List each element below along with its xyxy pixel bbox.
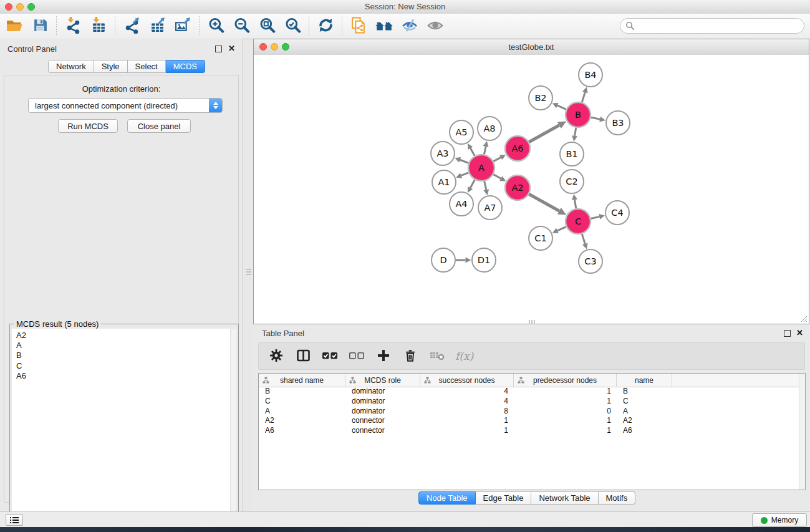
cell-name[interactable]: C <box>617 397 672 407</box>
resize-grip-icon[interactable] <box>799 314 808 322</box>
edge-A-A2[interactable] <box>493 175 501 179</box>
add-column-button[interactable] <box>375 347 392 365</box>
table-scrollbar[interactable] <box>799 374 805 490</box>
edge-A-A8[interactable] <box>484 147 486 155</box>
cell-predecessor-nodes[interactable]: 1 <box>514 387 617 397</box>
edge-A-A3[interactable] <box>460 160 469 163</box>
column-header-successor-nodes[interactable]: successor nodes <box>420 374 514 387</box>
mcds-result-item[interactable]: A2 <box>12 331 230 341</box>
tab-edge-table[interactable]: Edge Table <box>476 491 532 505</box>
close-panel-button[interactable]: Close panel <box>127 119 191 133</box>
cell-shared-name[interactable]: B <box>259 387 345 397</box>
tab-node-table[interactable]: Node Table <box>418 491 476 505</box>
column-header-MCDS-role[interactable]: MCDS role <box>345 374 420 387</box>
cell-predecessor-nodes[interactable]: 0 <box>514 407 617 417</box>
search-box[interactable] <box>620 18 804 34</box>
graph-node-D1[interactable]: D1 <box>472 248 496 272</box>
edge-A2-C[interactable] <box>529 194 559 211</box>
save-session-button[interactable] <box>31 17 49 36</box>
graph-node-B4[interactable]: B4 <box>579 63 602 87</box>
hide-panel-button[interactable] <box>400 17 419 36</box>
import-network-button[interactable] <box>64 17 82 36</box>
edge-B-B2[interactable] <box>557 105 566 109</box>
cell-predecessor-nodes[interactable]: 1 <box>514 426 617 436</box>
vertical-divider-grip[interactable] <box>246 267 251 277</box>
graph-node-C[interactable]: C <box>566 209 591 234</box>
cell-MCDS-role[interactable]: dominator <box>345 407 420 417</box>
show-eye-button[interactable] <box>426 17 445 36</box>
cell-name[interactable]: A2 <box>617 416 672 426</box>
open-session-button[interactable] <box>5 17 24 36</box>
cell-successor-nodes[interactable]: 1 <box>420 416 514 426</box>
export-network-button[interactable] <box>122 17 141 36</box>
graph-node-A7[interactable]: A7 <box>478 196 502 220</box>
cell-name[interactable]: A6 <box>617 426 672 436</box>
graph-node-B[interactable]: B <box>566 102 591 127</box>
graph-node-A8[interactable]: A8 <box>478 117 501 140</box>
cell-MCDS-role[interactable]: connector <box>345 426 420 436</box>
tab-network-table[interactable]: Network Table <box>531 491 598 505</box>
table-row[interactable]: Cdominator41C <box>259 397 799 407</box>
edge-B-B3[interactable] <box>591 117 600 119</box>
tab-network[interactable]: Network <box>48 60 94 73</box>
zoom-in-button[interactable] <box>206 17 225 36</box>
cell-name[interactable]: B <box>617 387 672 397</box>
edge-A-A7[interactable] <box>485 181 486 190</box>
edge-C-C2[interactable] <box>575 200 576 208</box>
column-header-predecessor-nodes[interactable]: predecessor nodes <box>514 374 617 387</box>
show-panels-button[interactable] <box>6 514 23 526</box>
edge-C-C1[interactable] <box>557 227 566 231</box>
criterion-dropdown[interactable]: largest connected component (directed) <box>28 98 223 113</box>
edge-A-A1[interactable] <box>461 173 469 176</box>
mcds-result-item[interactable]: C <box>12 361 230 371</box>
mcds-result-item[interactable]: A6 <box>12 371 230 381</box>
select-all-button[interactable] <box>321 347 339 365</box>
graph-node-A[interactable]: A <box>468 155 494 181</box>
home-button[interactable] <box>375 17 393 36</box>
cell-shared-name[interactable]: C <box>259 397 345 407</box>
new-network-button[interactable] <box>349 17 368 36</box>
tab-style[interactable]: Style <box>94 60 128 73</box>
delete-table-button[interactable] <box>428 347 446 365</box>
cell-successor-nodes[interactable]: 4 <box>420 387 514 397</box>
zoom-fit-button[interactable] <box>258 17 276 36</box>
graph-node-A4[interactable]: A4 <box>450 192 473 216</box>
mcds-result-item[interactable]: B <box>12 351 230 360</box>
edge-C-C4[interactable] <box>591 216 599 218</box>
cell-predecessor-nodes[interactable]: 1 <box>514 416 617 426</box>
mcds-result-item[interactable]: A <box>12 341 230 351</box>
graph-node-D[interactable]: D <box>432 248 455 272</box>
graph-node-C3[interactable]: C3 <box>579 249 602 273</box>
edge-B-B1[interactable] <box>575 128 576 136</box>
export-image-button[interactable] <box>173 17 192 36</box>
zoom-selected-button[interactable] <box>283 17 302 36</box>
cell-MCDS-role[interactable]: connector <box>345 416 420 426</box>
cell-predecessor-nodes[interactable]: 1 <box>514 397 617 407</box>
delete-column-button[interactable] <box>402 347 419 365</box>
tab-motifs[interactable]: Motifs <box>599 491 636 505</box>
graph-node-C1[interactable]: C1 <box>529 226 552 250</box>
tab-select[interactable]: Select <box>128 60 166 73</box>
run-mcds-button[interactable]: Run MCDS <box>58 119 118 133</box>
graph-node-A5[interactable]: A5 <box>450 120 473 144</box>
edge-A-A5[interactable] <box>470 148 475 156</box>
network-canvas[interactable]: AA1A2A3A4A5A6A7A8BB1B2B3B4CC1C2C3C4DD1 <box>254 55 809 324</box>
graph-node-C4[interactable]: C4 <box>605 201 629 225</box>
horizontal-divider-grip[interactable] <box>527 320 537 324</box>
table-row[interactable]: A2connector11A2 <box>259 416 799 426</box>
gear-button[interactable] <box>268 347 285 365</box>
graph-node-A3[interactable]: A3 <box>431 142 455 165</box>
edge-A-A6[interactable] <box>493 157 501 161</box>
graph-node-A2[interactable]: A2 <box>505 175 530 200</box>
cell-name[interactable]: A <box>617 407 672 417</box>
memory-button[interactable]: Memory <box>752 513 807 527</box>
cell-successor-nodes[interactable]: 8 <box>420 407 514 417</box>
edge-C-C3[interactable] <box>582 234 585 244</box>
graph-node-A1[interactable]: A1 <box>432 170 456 194</box>
cell-shared-name[interactable]: A6 <box>259 426 345 436</box>
table-row[interactable]: A6connector11A6 <box>259 426 799 436</box>
float-panel-icon[interactable] <box>215 46 222 52</box>
import-table-button[interactable] <box>89 17 108 36</box>
cell-shared-name[interactable]: A2 <box>259 416 345 426</box>
tab-mcds[interactable]: MCDS <box>166 60 205 73</box>
